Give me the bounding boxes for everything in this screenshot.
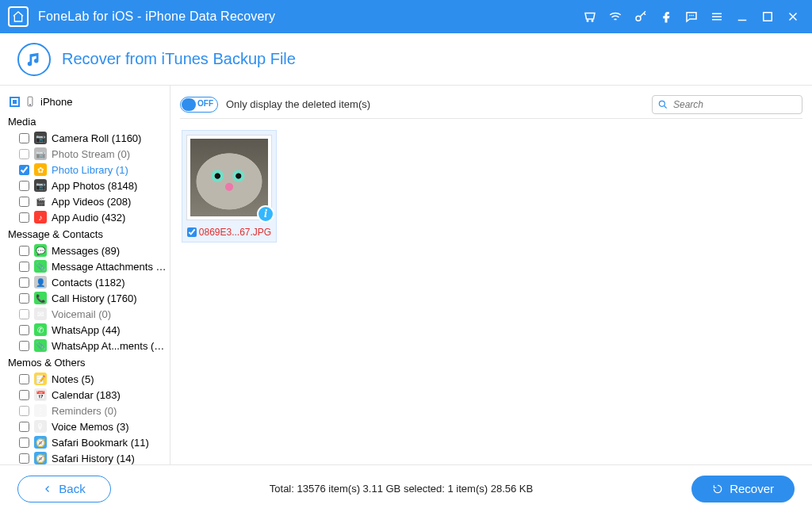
maximize-button[interactable] [756, 6, 779, 28]
category-icon: 📷 [34, 147, 47, 160]
sidebar-item[interactable]: 💬Messages (89) [19, 243, 167, 258]
content-toolbar: OFF Only display the deleted item(s) [180, 90, 802, 119]
sidebar-item[interactable]: 📎WhatsApp At...ments (227) [19, 338, 167, 353]
category-icon: ✆ [34, 323, 47, 336]
chevron-left-icon [43, 484, 52, 494]
sidebar-item[interactable]: 🎬App Videos (208) [19, 193, 167, 209]
svg-point-3 [693, 15, 695, 17]
sidebar-item-label: Photo Stream (0) [52, 148, 130, 160]
app-title: FoneLab for iOS - iPhone Data Recovery [38, 10, 275, 24]
sidebar-item-checkbox[interactable] [19, 374, 29, 384]
sidebar-item-checkbox[interactable] [19, 246, 29, 256]
sidebar-item-checkbox[interactable] [19, 149, 29, 159]
sidebar-item-label: Camera Roll (1160) [52, 132, 141, 144]
sidebar-group-title: Message & Contacts [8, 225, 167, 243]
recover-button-label: Recover [730, 482, 774, 495]
sidebar-item-label: App Audio (432) [52, 212, 125, 224]
sidebar-item-checkbox[interactable] [19, 181, 29, 191]
page-title: Recover from iTunes Backup File [62, 50, 296, 68]
sidebar-item[interactable]: ✆WhatsApp (44) [19, 322, 167, 338]
sidebar-group-title: Media [8, 113, 167, 130]
sidebar-item[interactable]: 🧭Safari History (14) [19, 450, 167, 464]
svg-rect-4 [764, 13, 772, 21]
thumbnail-grid: i 0869E3...67.JPG [170, 119, 812, 464]
info-badge-icon[interactable]: i [257, 205, 274, 223]
category-icon: 💬 [34, 244, 47, 257]
sidebar-item-checkbox[interactable] [19, 165, 29, 175]
sidebar-item-checkbox[interactable] [19, 277, 29, 288]
main-body: iPhone Media📷Camera Roll (1160)📷Photo St… [0, 86, 812, 464]
sidebar-item-label: Messages (89) [52, 245, 120, 257]
device-icon [25, 95, 36, 108]
sidebar-item[interactable]: 📝Notes (5) [19, 371, 167, 387]
search-input[interactable] [673, 99, 797, 110]
facebook-icon[interactable] [655, 6, 677, 28]
toggle-state-label: OFF [197, 99, 213, 108]
category-icon: ✿ [34, 163, 47, 176]
category-icon: 🧭 [34, 436, 47, 449]
close-button[interactable] [782, 6, 804, 28]
sidebar-item-checkbox[interactable] [19, 262, 29, 272]
sidebar-item[interactable]: 🧭Safari Bookmark (11) [19, 434, 167, 450]
svg-point-6 [29, 105, 30, 105]
recover-button[interactable]: Recover [691, 476, 795, 502]
sidebar-item[interactable]: 👤Contacts (1182) [19, 274, 167, 290]
sidebar-item[interactable]: 📞Call History (1760) [19, 290, 167, 306]
svg-point-7 [659, 101, 665, 106]
sidebar-item-checkbox[interactable] [19, 341, 29, 351]
sidebar-item-checkbox[interactable] [19, 422, 29, 432]
sidebar: iPhone Media📷Camera Roll (1160)📷Photo St… [0, 86, 170, 464]
sidebar-item-checkbox[interactable] [19, 293, 29, 304]
sidebar-item-checkbox[interactable] [19, 406, 29, 416]
sidebar-item[interactable]: 📷Camera Roll (1160) [19, 130, 167, 146]
thumbnail-card[interactable]: i 0869E3...67.JPG [182, 130, 277, 243]
content-area: OFF Only display the deleted item(s) i 0… [170, 86, 812, 464]
sidebar-item[interactable]: ♪App Audio (432) [19, 209, 167, 225]
sidebar-root[interactable]: iPhone [8, 94, 167, 113]
category-icon: 🎬 [34, 195, 47, 208]
feedback-icon[interactable] [680, 6, 703, 28]
module-logo [17, 43, 51, 76]
wifi-icon[interactable] [604, 6, 626, 28]
sidebar-item[interactable]: 📅Calendar (183) [19, 387, 167, 403]
search-box[interactable] [652, 95, 802, 114]
recover-icon [712, 483, 723, 495]
page-header: Recover from iTunes Backup File [0, 33, 812, 86]
category-icon: 👤 [34, 276, 47, 288]
sidebar-item: ✉Voicemail (0) [19, 306, 167, 322]
sidebar-item-checkbox[interactable] [19, 453, 29, 464]
sidebar-item-checkbox[interactable] [19, 212, 29, 223]
sidebar-item[interactable]: 📷App Photos (8148) [19, 178, 167, 193]
sidebar-item-label: Contacts (1182) [52, 277, 125, 288]
sidebar-item[interactable]: 📎Message Attachments (6) [19, 258, 167, 274]
sidebar-item: 📷Photo Stream (0) [19, 146, 167, 162]
cart-icon[interactable] [579, 6, 601, 28]
deleted-only-toggle[interactable]: OFF [180, 97, 218, 113]
sidebar-item-label: WhatsApp (44) [52, 324, 121, 336]
svg-point-1 [689, 15, 691, 17]
sidebar-item-checkbox[interactable] [19, 309, 29, 319]
thumbnail-checkbox[interactable] [187, 227, 197, 237]
sidebar-item[interactable]: 🎙Voice Memos (3) [19, 418, 167, 434]
home-button[interactable] [8, 6, 29, 27]
sidebar-item-checkbox[interactable] [19, 390, 29, 400]
toggle-knob [182, 98, 196, 111]
sidebar-item-label: Photo Library (1) [52, 164, 128, 176]
category-icon: 📎 [34, 339, 47, 352]
root-checkbox[interactable] [10, 97, 20, 107]
minimize-button[interactable] [731, 6, 753, 28]
sidebar-item-checkbox[interactable] [19, 133, 29, 143]
category-icon: 🎙 [34, 420, 47, 433]
sidebar-item-checkbox[interactable] [19, 197, 29, 207]
sidebar-item-label: Safari Bookmark (11) [52, 437, 149, 449]
toggle-description: Only display the deleted item(s) [226, 98, 370, 110]
category-icon: ✉ [34, 308, 47, 320]
footer-bar: Back Total: 13576 item(s) 3.11 GB select… [0, 464, 812, 512]
sidebar-item[interactable]: ✿Photo Library (1) [19, 162, 167, 178]
sidebar-item-label: Notes (5) [52, 373, 94, 385]
back-button[interactable]: Back [17, 476, 111, 502]
sidebar-item-checkbox[interactable] [19, 325, 29, 335]
sidebar-item-checkbox[interactable] [19, 437, 29, 448]
menu-icon[interactable] [706, 6, 728, 28]
key-icon[interactable] [630, 6, 652, 28]
